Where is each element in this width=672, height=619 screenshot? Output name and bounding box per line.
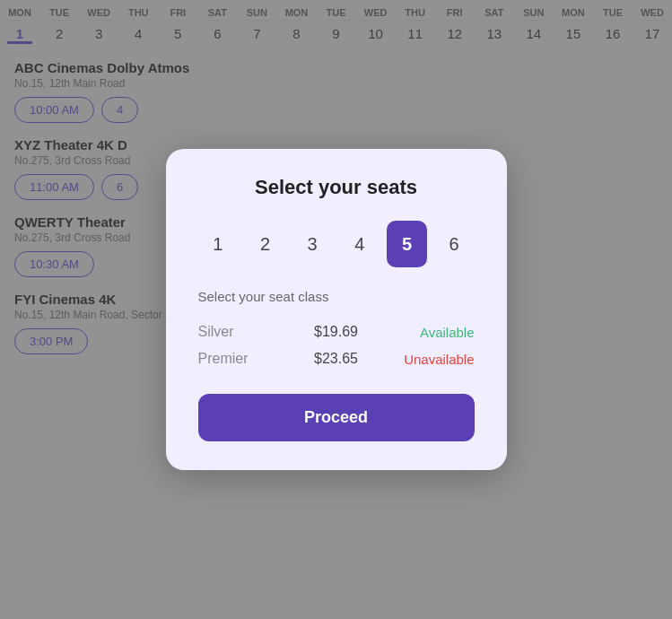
seat-class-label: Select your seat class <box>198 289 475 304</box>
modal-title: Select your seats <box>198 176 475 199</box>
seat-class-table: Silver$19.69AvailablePremier$23.65Unavai… <box>198 318 475 372</box>
class-price-0: $19.69 <box>290 324 382 340</box>
modal: Select your seats 123456 Select your sea… <box>166 149 507 470</box>
seat-number-3[interactable]: 3 <box>292 221 333 267</box>
class-name-1: Premier <box>198 351 291 367</box>
seat-number-4[interactable]: 4 <box>340 221 380 267</box>
seat-number-2[interactable]: 2 <box>245 221 285 267</box>
class-price-1: $23.65 <box>290 351 382 367</box>
proceed-button[interactable]: Proceed <box>198 394 475 441</box>
seat-number-5[interactable]: 5 <box>387 221 427 267</box>
class-status-1: Unavailable <box>382 352 475 367</box>
class-status-0: Available <box>382 325 475 340</box>
seat-class-row-premier[interactable]: Premier$23.65Unavailable <box>198 345 475 372</box>
modal-overlay: Select your seats 123456 Select your sea… <box>0 0 672 619</box>
seat-number-6[interactable]: 6 <box>434 221 475 267</box>
seat-number-1[interactable]: 1 <box>197 221 238 267</box>
seat-selector: 123456 <box>198 221 475 267</box>
seat-class-row-silver[interactable]: Silver$19.69Available <box>198 318 475 345</box>
class-name-0: Silver <box>198 324 291 340</box>
